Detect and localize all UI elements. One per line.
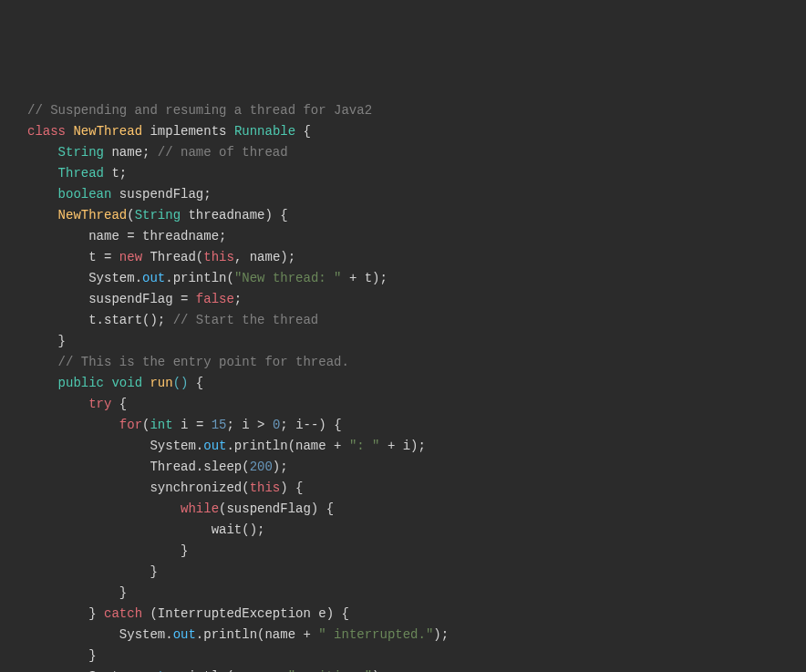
synchronized: synchronized( xyxy=(150,481,249,495)
string-literal: "New thread: " xyxy=(234,271,342,285)
stmt: name = threadname; xyxy=(88,229,226,243)
number-literal: 15 xyxy=(212,418,227,432)
keyword-this: this xyxy=(250,481,281,495)
type-string: String xyxy=(135,208,181,222)
brace: } xyxy=(119,585,127,600)
stmt: t = xyxy=(88,250,119,264)
system: System. xyxy=(150,439,203,453)
keyword-this: this xyxy=(203,250,234,264)
keyword-for: for xyxy=(119,418,142,432)
keyword-new: new xyxy=(119,250,142,264)
interface-name: Runnable xyxy=(234,124,295,139)
string-literal: " interrupted." xyxy=(318,627,433,642)
wait-call: wait(); xyxy=(212,522,265,537)
brace: ) { xyxy=(280,481,303,495)
catch-param: (InterruptedException e) { xyxy=(142,606,349,621)
comment: // Start the thread xyxy=(173,313,319,327)
comment: // name of thread xyxy=(158,145,288,160)
println: .println( xyxy=(165,271,234,285)
sleep-call: Thread.sleep( xyxy=(150,460,249,474)
println: .println(name + xyxy=(196,627,318,642)
semi: ; xyxy=(234,292,242,306)
println: .println(name + xyxy=(226,439,348,453)
concat: + i); xyxy=(379,439,425,453)
system: System. xyxy=(88,271,142,285)
cond: ; i > xyxy=(227,418,273,432)
stmt: t.start(); xyxy=(88,313,172,327)
brace: } xyxy=(58,334,66,348)
assign: suspendFlag = xyxy=(88,292,196,306)
system: System. xyxy=(119,627,173,642)
paren: ); xyxy=(433,627,449,642)
type-string: String xyxy=(58,145,104,160)
brace: { xyxy=(295,124,311,139)
iter: ; i--) { xyxy=(280,418,341,432)
keyword-void: void xyxy=(104,376,142,390)
brace: } xyxy=(88,606,104,621)
class-name: NewThread xyxy=(73,124,142,139)
brace: } xyxy=(150,564,157,579)
method-run: run xyxy=(142,376,173,390)
args: , name); xyxy=(234,250,295,264)
keyword-while: while xyxy=(181,501,219,516)
field-t: t; xyxy=(104,166,127,181)
field-name: name; xyxy=(104,145,158,160)
comment: // Suspending and resuming a thread for … xyxy=(27,103,372,118)
concat: + t); xyxy=(342,271,388,285)
keyword-try: try xyxy=(88,397,111,411)
paren: ( xyxy=(127,208,134,222)
type-boolean: boolean xyxy=(58,187,112,202)
keyword-catch: catch xyxy=(104,606,142,621)
constructor-name: NewThread xyxy=(58,208,128,222)
comment: // This is the entry point for thread. xyxy=(58,355,349,369)
keyword-public: public xyxy=(58,376,104,390)
code-editor: // Suspending and resuming a thread for … xyxy=(27,100,806,672)
brace: } xyxy=(88,648,96,663)
type-int: int xyxy=(150,418,172,432)
cond: (suspendFlag) { xyxy=(219,501,334,516)
out-field: out xyxy=(173,627,196,642)
brace: } xyxy=(181,543,188,558)
brace: { xyxy=(188,376,203,390)
keyword-implements: implements xyxy=(150,124,226,139)
out-field: out xyxy=(142,271,165,285)
brace: { xyxy=(111,397,127,411)
paren: ); xyxy=(273,460,288,474)
field-suspendflag: suspendFlag; xyxy=(111,187,211,202)
keyword-class: class xyxy=(27,124,66,139)
param: threadname) { xyxy=(181,208,288,222)
type-thread: Thread xyxy=(58,166,104,181)
out-field: out xyxy=(203,439,226,453)
var: i = xyxy=(173,418,212,432)
parens: () xyxy=(173,376,189,390)
number-literal: 200 xyxy=(250,460,273,474)
string-literal: ": " xyxy=(349,439,380,453)
ctor-call: Thread( xyxy=(142,250,203,264)
keyword-false: false xyxy=(196,292,234,306)
